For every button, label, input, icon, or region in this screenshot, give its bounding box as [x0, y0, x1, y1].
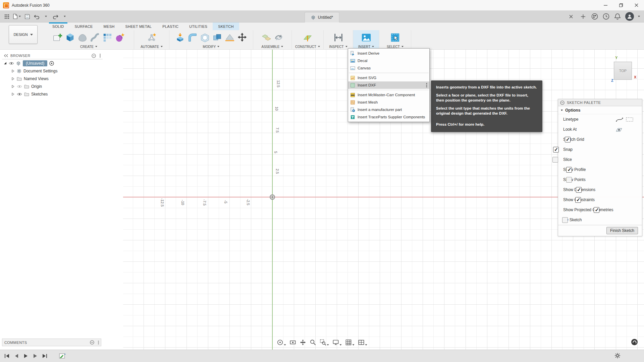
- workspace-selector-button[interactable]: DESIGN: [9, 25, 38, 44]
- tab-solid[interactable]: SOLID: [47, 22, 69, 30]
- menu-item-insert-mesh[interactable]: Insert Mesh: [348, 99, 429, 106]
- display-settings-icon[interactable]: [332, 339, 342, 346]
- minimize-panel-icon[interactable]: [90, 340, 94, 345]
- sweep-icon[interactable]: [90, 32, 100, 43]
- grid-settings-icon[interactable]: [345, 339, 355, 346]
- extrude-icon[interactable]: [65, 32, 75, 43]
- minimize-button[interactable]: [598, 0, 613, 11]
- zoom-window-icon[interactable]: [319, 339, 330, 346]
- menu-item-insert-svg[interactable]: Insert SVG: [348, 74, 429, 81]
- fillet-icon[interactable]: [187, 32, 198, 43]
- menu-item-insert-dxf[interactable]: Insert DXF: [348, 81, 429, 89]
- browser-item-document-settings[interactable]: Document Settings: [2, 67, 103, 75]
- menu-item-insert-manufacturer-part[interactable]: Insert a manufacturer part: [348, 106, 429, 113]
- assistant-status-icon[interactable]: [631, 339, 638, 346]
- document-name-chip[interactable]: (Unsaved): [23, 60, 47, 66]
- close-tab-icon[interactable]: [567, 12, 575, 21]
- expander-open-icon[interactable]: [3, 62, 7, 65]
- tab-utilities[interactable]: UTILITIES: [184, 22, 213, 30]
- tab-plastic[interactable]: PLASTIC: [157, 22, 184, 30]
- menu-item-canvas[interactable]: Canvas: [348, 64, 429, 72]
- pan-icon[interactable]: [299, 339, 307, 346]
- account-menu-caret-icon[interactable]: [638, 16, 640, 17]
- notifications-bell-icon[interactable]: [614, 13, 621, 20]
- step-forward-icon[interactable]: [32, 352, 39, 360]
- visibility-eye-icon[interactable]: [17, 93, 22, 96]
- modify-dropdown[interactable]: MODIFY: [203, 44, 220, 49]
- redo-caret-icon[interactable]: [61, 12, 69, 21]
- menu-item-insert-traceparts[interactable]: Insert TraceParts Supplier Components: [348, 113, 429, 121]
- viewcube[interactable]: Y TOP X Z: [611, 56, 641, 86]
- tab-mesh[interactable]: MESH: [98, 22, 120, 30]
- undo-button[interactable]: [33, 12, 41, 21]
- split-icon[interactable]: [224, 32, 235, 43]
- timeline-sketch-feature[interactable]: [59, 353, 66, 359]
- zoom-icon[interactable]: [309, 339, 317, 346]
- minimize-panel-icon[interactable]: [92, 54, 96, 58]
- inspect-dropdown[interactable]: INSPECT: [329, 44, 347, 49]
- expander-closed-icon[interactable]: [11, 85, 15, 88]
- job-status-clock-icon[interactable]: [602, 13, 610, 20]
- tab-sheet-metal[interactable]: SHEET METAL: [120, 22, 157, 30]
- go-to-start-icon[interactable]: [3, 352, 11, 360]
- press-pull-icon[interactable]: [175, 32, 185, 43]
- create-dropdown[interactable]: CREATE: [80, 44, 97, 49]
- menu-item-decal[interactable]: Decal: [348, 57, 429, 64]
- slice-checkbox[interactable]: [552, 157, 558, 163]
- menu-item-insert-mcmaster-carr[interactable]: Insert McMaster-Carr Component: [348, 91, 429, 99]
- browser-item-sketches[interactable]: Sketches: [2, 90, 103, 98]
- menu-item-options-icon[interactable]: [426, 83, 427, 87]
- show-points-checkbox[interactable]: [566, 177, 572, 183]
- tab-sketch[interactable]: SKETCH: [213, 22, 239, 30]
- user-avatar[interactable]: [625, 12, 634, 21]
- timeline-settings-gear-icon[interactable]: [614, 353, 621, 359]
- automate-icon[interactable]: [146, 32, 157, 43]
- pattern-icon[interactable]: [102, 32, 113, 43]
- snap-checkbox[interactable]: [553, 147, 559, 153]
- panel-resize-handle[interactable]: [98, 341, 99, 345]
- browser-root-row[interactable]: (Unsaved): [2, 59, 103, 67]
- orbit-icon[interactable]: [276, 339, 287, 346]
- assemble-dropdown[interactable]: ASSEMBLE: [262, 44, 283, 49]
- viewports-icon[interactable]: [358, 339, 368, 346]
- 3d-sketch-checkbox[interactable]: [562, 217, 568, 223]
- automate-dropdown[interactable]: AUTOMATE: [141, 44, 163, 49]
- construction-plane-icon[interactable]: [302, 32, 313, 43]
- origin-point[interactable]: [270, 194, 275, 200]
- app-grid-icon[interactable]: [3, 12, 11, 21]
- viewport[interactable]: 12.5 10 7.5 5 2.5 -12.5 -10 -7.5 -5 -2.5…: [0, 50, 644, 350]
- revolve-icon[interactable]: [77, 32, 88, 43]
- close-button[interactable]: [629, 0, 644, 11]
- extensions-icon[interactable]: [591, 13, 598, 20]
- go-to-end-icon[interactable]: [41, 352, 48, 360]
- minimize-panel-icon[interactable]: [560, 101, 565, 105]
- redo-button[interactable]: [51, 12, 59, 21]
- tab-surface[interactable]: SURFACE: [69, 22, 98, 30]
- step-back-icon[interactable]: [13, 352, 20, 360]
- document-tab[interactable]: Untitled*: [305, 12, 339, 22]
- measure-icon[interactable]: [333, 32, 344, 43]
- panel-resize-handle[interactable]: [100, 54, 101, 58]
- browser-item-named-views[interactable]: Named Views: [2, 75, 103, 82]
- undo-caret-icon[interactable]: [42, 12, 50, 21]
- look-at-nav-icon[interactable]: [289, 339, 297, 346]
- file-menu-button[interactable]: [12, 12, 22, 21]
- visibility-eye-icon[interactable]: [9, 62, 14, 65]
- viewcube-top-face[interactable]: TOP: [614, 62, 632, 80]
- construction-linetype-icon[interactable]: [626, 117, 633, 122]
- browser-item-origin[interactable]: Origin: [2, 82, 103, 90]
- show-projected-geometries-checkbox[interactable]: [594, 207, 599, 213]
- show-profile-checkbox[interactable]: [566, 167, 572, 173]
- menu-item-insert-derive[interactable]: Insert Derive: [348, 50, 429, 57]
- expander-closed-icon[interactable]: [11, 93, 15, 96]
- activate-target-icon[interactable]: [49, 61, 54, 66]
- spline-linetype-icon[interactable]: [616, 117, 623, 122]
- construct-dropdown[interactable]: CONSTRUCT: [295, 44, 320, 49]
- show-dimensions-checkbox[interactable]: [576, 187, 582, 193]
- create-sketch-icon[interactable]: [52, 32, 63, 43]
- options-section-header[interactable]: Options: [558, 106, 642, 114]
- expander-closed-icon[interactable]: [11, 69, 15, 73]
- look-at-icon[interactable]: [615, 127, 623, 132]
- show-constraints-checkbox[interactable]: [575, 197, 581, 203]
- select-icon[interactable]: [390, 32, 400, 43]
